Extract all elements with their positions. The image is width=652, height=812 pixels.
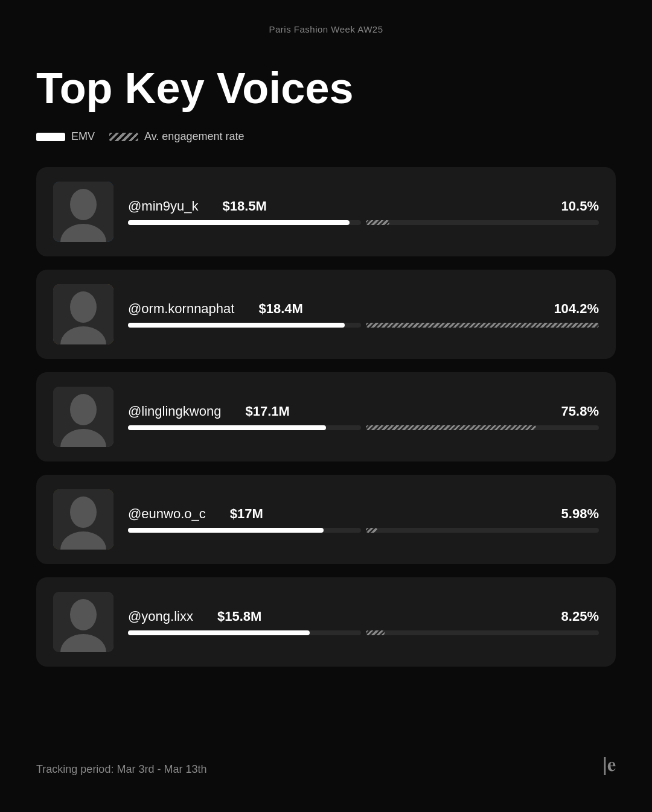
card-content: @orm.kornnaphat$18.4M104.2% (128, 301, 599, 328)
emv-bar-fill (128, 323, 345, 328)
bars-container (128, 425, 599, 430)
card-info-row: @min9yu_k$18.5M10.5% (128, 198, 599, 214)
legend-emv: EMV (36, 130, 95, 143)
engagement-bar (366, 630, 599, 635)
list-item: @min9yu_k$18.5M10.5% (36, 167, 616, 256)
emv-bar (128, 528, 361, 533)
event-label: Paris Fashion Week AW25 (36, 24, 616, 34)
avatar (53, 284, 113, 344)
legend-emv-icon (36, 133, 65, 141)
bars-container (128, 220, 599, 225)
emv-bar-fill (128, 528, 324, 533)
emv-value: $15.8M (217, 609, 261, 624)
engagement-bar-fill (366, 220, 389, 225)
avatar (53, 489, 113, 550)
legend: EMV Av. engagement rate (36, 130, 616, 143)
engagement-bar-fill (366, 425, 536, 430)
emv-bar (128, 425, 361, 430)
username: @linglingkwong (128, 404, 221, 419)
legend-engagement-label: Av. engagement rate (144, 130, 244, 143)
engagement-bar (366, 425, 599, 430)
engagement-bar (366, 220, 599, 225)
engagement-value: 10.5% (561, 198, 599, 214)
tracking-period: Tracking period: Mar 3rd - Mar 13th (36, 763, 206, 776)
emv-bar (128, 323, 361, 328)
emv-value: $18.4M (258, 301, 302, 317)
svg-point-7 (70, 394, 97, 425)
logo-icon: |𝐞 (602, 753, 616, 776)
emv-bar (128, 220, 361, 225)
svg-point-13 (70, 599, 97, 630)
engagement-bar (366, 528, 599, 533)
card-info-row: @linglingkwong$17.1M75.8% (128, 404, 599, 419)
card-info-row: @eunwo.o_c$17M5.98% (128, 506, 599, 522)
card-content: @yong.lixx$15.8M8.25% (128, 609, 599, 635)
list-item: @linglingkwong$17.1M75.8% (36, 372, 616, 462)
engagement-bar-fill (366, 528, 377, 533)
bars-container (128, 630, 599, 635)
engagement-value: 8.25% (561, 609, 599, 624)
engagement-value: 104.2% (554, 301, 599, 317)
svg-point-10 (70, 496, 97, 528)
emv-value: $17M (230, 506, 263, 522)
emv-bar-fill (128, 425, 326, 430)
bars-container (128, 528, 599, 533)
username: @eunwo.o_c (128, 506, 206, 522)
svg-point-1 (70, 189, 97, 220)
bars-container (128, 323, 599, 328)
logo: |𝐞 (602, 753, 616, 776)
avatar (53, 592, 113, 652)
avatar (53, 387, 113, 447)
list-item: @yong.lixx$15.8M8.25% (36, 577, 616, 667)
list-item: @orm.kornnaphat$18.4M104.2% (36, 270, 616, 359)
footer: Tracking period: Mar 3rd - Mar 13th |𝐞 (36, 717, 616, 776)
list-item: @eunwo.o_c$17M5.98% (36, 475, 616, 564)
legend-emv-label: EMV (71, 130, 95, 143)
card-info-row: @orm.kornnaphat$18.4M104.2% (128, 301, 599, 317)
card-info-row: @yong.lixx$15.8M8.25% (128, 609, 599, 624)
emv-bar (128, 630, 361, 635)
engagement-bar (366, 323, 599, 328)
emv-bar-fill (128, 630, 310, 635)
card-content: @eunwo.o_c$17M5.98% (128, 506, 599, 533)
avatar (53, 182, 113, 242)
emv-value: $18.5M (223, 198, 267, 214)
emv-bar-fill (128, 220, 350, 225)
legend-engagement-icon (109, 133, 138, 141)
engagement-value: 5.98% (561, 506, 599, 522)
card-content: @linglingkwong$17.1M75.8% (128, 404, 599, 430)
emv-value: $17.1M (245, 404, 289, 419)
engagement-value: 75.8% (561, 404, 599, 419)
card-content: @min9yu_k$18.5M10.5% (128, 198, 599, 225)
influencer-list: @min9yu_k$18.5M10.5% @orm.kornnaphat$18.… (36, 167, 616, 680)
engagement-bar-fill (366, 323, 599, 328)
username: @min9yu_k (128, 198, 199, 214)
page-title: Top Key Voices (36, 65, 616, 112)
legend-engagement: Av. engagement rate (109, 130, 244, 143)
engagement-bar-fill (366, 630, 385, 635)
svg-point-4 (70, 291, 97, 323)
username: @yong.lixx (128, 609, 193, 624)
username: @orm.kornnaphat (128, 301, 234, 317)
